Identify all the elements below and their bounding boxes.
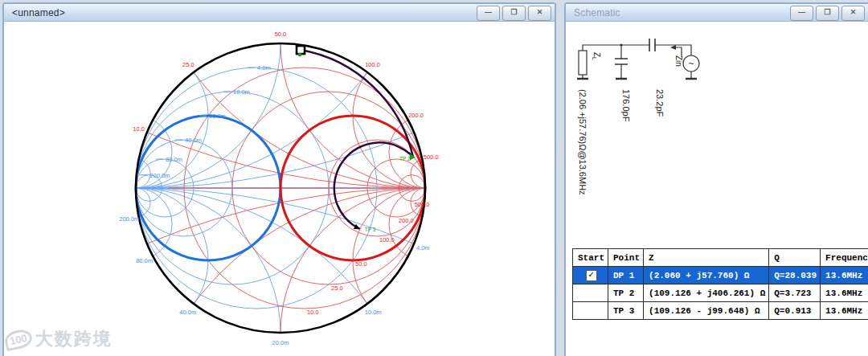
- load-ref-label: ZL: [592, 52, 601, 60]
- watermark-logo-icon: 100: [3, 327, 34, 351]
- susceptance-label: 40.0m: [179, 309, 196, 316]
- maximize-button[interactable]: ❐: [816, 6, 839, 21]
- resistance-label: 200.0: [399, 217, 414, 224]
- minimize-icon: —: [798, 9, 805, 16]
- resistance-label: 500.0: [415, 201, 430, 208]
- q-cell: Q=0.913: [769, 302, 821, 320]
- minimize-button[interactable]: —: [477, 6, 500, 21]
- schematic-canvas[interactable]: ~ZLZin(2.06 +j57.76)Ω@13.6MHz176.0pF23.2…: [566, 22, 868, 356]
- maximize-button[interactable]: ❐: [502, 6, 526, 21]
- shunt-capacitor-symbol[interactable]: [615, 59, 628, 64]
- schematic-window[interactable]: Schematic — ❐ ✕ ~ZLZin(2.06 +j57.76)Ω@13…: [564, 2, 868, 356]
- impedance-table[interactable]: StartPointZQFrequency✓DP 1(2.060 + j57.7…: [572, 248, 868, 320]
- wire-node: [620, 43, 622, 46]
- frequency-cell: 13.6MHz: [821, 302, 868, 320]
- conductance-label: 4.0m: [257, 64, 271, 72]
- zin-label: Zin: [674, 55, 683, 67]
- conductance-label: 20.0m: [209, 113, 226, 120]
- smith-chart[interactable]: 10.010.04.0m4.0m25.025.010.0m10.0m50.050…: [4, 22, 551, 353]
- marker-dp1-dot: [298, 53, 302, 57]
- reactance-label: 10.0: [133, 125, 145, 133]
- shunt-cap-value-label: 176.0pF: [621, 89, 631, 122]
- watermark: 100 大数跨境: [5, 327, 113, 351]
- susceptance-label: 80.0m: [136, 257, 153, 264]
- reactance-label: 100.0: [365, 61, 380, 68]
- susceptance-label: 200.0m: [119, 215, 139, 223]
- reactance-label: 50.0: [275, 31, 287, 38]
- q-cell: Q=28.039: [769, 267, 821, 284]
- minimize-button[interactable]: —: [790, 6, 813, 21]
- close-icon: ✕: [537, 9, 543, 16]
- application-workspace: <unnamed> — ❐ ✕ 10.010.04.0m4.0m25.025.0…: [0, 0, 868, 356]
- point-cell: DP 1: [608, 267, 644, 284]
- circuit-schematic[interactable]: ~ZLZin(2.06 +j57.76)Ω@13.6MHz176.0pF23.2…: [566, 22, 863, 245]
- resistance-label: 100.0: [379, 236, 395, 243]
- load-value-label: (2.06 +j57.76)Ω@13.6MHz: [578, 89, 588, 195]
- start-checkbox-empty[interactable]: [573, 302, 608, 320]
- smith-chart-window[interactable]: <unnamed> — ❐ ✕ 10.010.04.0m4.0m25.025.0…: [2, 2, 556, 356]
- schematic-window-title: Schematic: [574, 7, 620, 18]
- column-header-frequency[interactable]: Frequency: [821, 249, 868, 267]
- series-capacitor-symbol[interactable]: [649, 39, 655, 51]
- frequency-cell: 13.6MHz: [821, 267, 868, 284]
- impedance-cell: (109.126 - j99.648) Ω: [644, 302, 769, 320]
- minimize-icon: —: [485, 9, 492, 16]
- susceptance-label: 4.0m: [416, 244, 430, 252]
- susceptance-label: 20.0m: [272, 339, 289, 346]
- chart-window-titlebar[interactable]: <unnamed> — ❐ ✕: [4, 4, 555, 22]
- series-cap-value-label: 23.2pF: [655, 89, 665, 117]
- conductance-label: 10.0m: [233, 88, 250, 96]
- marker-tp3-label: TP 3: [365, 227, 376, 232]
- maximize-icon: ❐: [824, 9, 830, 16]
- reactance-label: 500.0: [424, 153, 439, 161]
- column-header-z[interactable]: Z: [644, 249, 769, 267]
- reactance-label: 25.0: [182, 61, 194, 68]
- resistance-label: 10.0: [307, 309, 319, 316]
- impedance-cell: (2.060 + j57.760) Ω: [644, 267, 769, 284]
- resistance-label: 25.0: [331, 284, 343, 292]
- source-sine-icon: ~: [688, 58, 694, 69]
- table-row[interactable]: TP 3(109.126 - j99.648) ΩQ=0.91313.6MHz: [573, 302, 868, 320]
- smith-chart-canvas[interactable]: 10.010.04.0m4.0m25.025.010.0m10.0m50.050…: [4, 22, 555, 356]
- load-symbol[interactable]: [579, 51, 587, 75]
- susceptance-label: 10.0m: [365, 309, 382, 316]
- conductance-label: 80.0m: [166, 156, 182, 163]
- close-button[interactable]: ✕: [528, 6, 551, 21]
- maximize-icon: ❐: [510, 9, 517, 16]
- conductance-label: 200.0m: [149, 172, 170, 179]
- marker-dp1[interactable]: [297, 46, 305, 54]
- watermark-text: 大数跨境: [35, 327, 113, 351]
- reactance-label: 200.0: [408, 112, 424, 119]
- smith-grid: [4, 22, 551, 353]
- table-row[interactable]: ✓DP 1(2.060 + j57.760) ΩQ=28.03913.6MHz: [573, 267, 868, 284]
- close-icon: ✕: [850, 9, 857, 16]
- close-button[interactable]: ✕: [841, 6, 865, 21]
- column-header-start[interactable]: Start: [573, 249, 608, 267]
- impedance-cell: (109.126 + j406.261) Ω: [644, 284, 769, 302]
- q-cell: Q=3.723: [769, 284, 821, 302]
- conductance-label: 40.0m: [185, 137, 202, 144]
- point-cell: TP 2: [608, 284, 644, 302]
- point-cell: TP 3: [608, 302, 644, 320]
- schematic-labels: ZLZin(2.06 +j57.76)Ω@13.6MHz176.0pF23.2p…: [578, 52, 683, 195]
- resistance-label: 50.0: [355, 260, 367, 268]
- column-header-point[interactable]: Point: [608, 249, 644, 267]
- frequency-cell: 13.6MHz: [821, 284, 868, 302]
- column-header-q[interactable]: Q: [769, 249, 821, 267]
- chart-window-title: <unnamed>: [12, 7, 65, 18]
- start-checkbox[interactable]: ✓: [586, 270, 597, 281]
- schematic-window-titlebar[interactable]: Schematic — ❐ ✕: [566, 4, 868, 22]
- table-row[interactable]: TP 2(109.126 + j406.261) ΩQ=3.72313.6MHz: [573, 284, 868, 302]
- marker-tp2-label: TP 2: [399, 156, 411, 162]
- start-checkbox-empty[interactable]: [573, 284, 608, 302]
